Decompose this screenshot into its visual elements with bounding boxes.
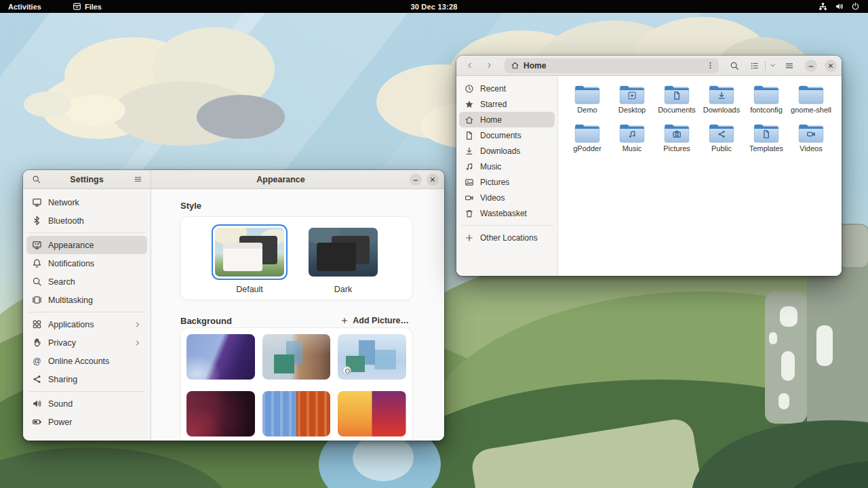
wallpaper-gradient-yellow-red[interactable] bbox=[338, 391, 406, 436]
folder-item-gnome-shell[interactable]: gnome-shell bbox=[789, 84, 833, 123]
home-icon bbox=[511, 61, 519, 70]
dark-style-thumbnail bbox=[309, 228, 378, 277]
settings-item-network[interactable]: Network bbox=[26, 193, 147, 211]
folder-name: Demo bbox=[577, 106, 597, 114]
settings-item-appearance[interactable]: Appearance bbox=[26, 236, 147, 254]
settings-sidebar: NetworkBluetoothAppearanceNotificationsS… bbox=[23, 189, 151, 441]
sidebar-item-label: Other Locations bbox=[480, 233, 538, 243]
wallpaper-dark-red[interactable] bbox=[186, 391, 255, 436]
files-app-icon bbox=[73, 2, 81, 11]
divider bbox=[765, 61, 766, 70]
stream-highlight bbox=[353, 434, 414, 481]
files-menu-button[interactable] bbox=[781, 58, 798, 73]
background-section-header: Background Add Picture… bbox=[180, 313, 414, 328]
system-status-area[interactable] bbox=[814, 0, 864, 13]
network-icon bbox=[818, 2, 827, 11]
plus-icon bbox=[340, 317, 349, 325]
sidebar-item-wastebasket[interactable]: Wastebasket bbox=[459, 205, 555, 221]
settings-item-sound[interactable]: Sound bbox=[26, 394, 147, 413]
settings-item-privacy[interactable]: Privacy bbox=[26, 333, 147, 352]
settings-item-power[interactable]: Power bbox=[26, 413, 147, 431]
default-style-thumbnail bbox=[215, 228, 284, 277]
search-button[interactable] bbox=[726, 58, 743, 73]
settings-item-bluetooth[interactable]: Bluetooth bbox=[26, 211, 147, 230]
settings-item-sharing[interactable]: Sharing bbox=[26, 370, 147, 388]
style-card: Default Dark bbox=[180, 216, 413, 300]
folder-icon bbox=[574, 84, 600, 104]
folder-item-desktop[interactable]: Desktop bbox=[610, 84, 654, 123]
folder-item-downloads[interactable]: Downloads bbox=[699, 84, 744, 123]
folder-item-templates[interactable]: Templates bbox=[744, 123, 789, 161]
sidebar-item-other-locations[interactable]: Other Locations bbox=[459, 230, 555, 245]
view-options-button[interactable] bbox=[767, 58, 778, 73]
activities-label: Activities bbox=[8, 3, 41, 11]
folder-name: Templates bbox=[749, 144, 783, 152]
folder-item-pictures[interactable]: Pictures bbox=[654, 123, 699, 161]
sidebar-item-label: Recent bbox=[480, 84, 506, 94]
folder-item-fontconfig[interactable]: fontconfig bbox=[744, 84, 789, 123]
forward-button[interactable] bbox=[481, 58, 498, 73]
activities-button[interactable]: Activities bbox=[0, 0, 50, 13]
folder-name: Pictures bbox=[663, 144, 690, 152]
sidebar-item-recent[interactable]: Recent bbox=[459, 81, 555, 96]
settings-item-notifications[interactable]: Notifications bbox=[26, 254, 147, 272]
wallpaper-pixels-blue-orange[interactable] bbox=[262, 391, 331, 436]
folder-item-demo[interactable]: Demo bbox=[565, 84, 610, 123]
settings-item-applications[interactable]: Applications bbox=[26, 315, 147, 333]
folder-item-gpodder[interactable]: gPodder bbox=[565, 123, 610, 161]
add-picture-label: Add Picture… bbox=[353, 316, 409, 325]
sidebar-item-music[interactable]: Music bbox=[459, 159, 555, 174]
chevron-right-icon bbox=[485, 61, 494, 70]
minimize-icon bbox=[412, 176, 420, 184]
style-option-default[interactable]: Default bbox=[212, 224, 288, 300]
music-icon bbox=[465, 162, 474, 171]
settings-item-search[interactable]: Search bbox=[26, 272, 147, 291]
close-icon bbox=[827, 62, 835, 70]
sound-icon bbox=[32, 399, 42, 409]
close-button[interactable] bbox=[427, 174, 439, 186]
folder-icon bbox=[709, 84, 734, 104]
sidebar-item-documents[interactable]: Documents bbox=[459, 127, 555, 143]
path-menu-button[interactable] bbox=[703, 59, 717, 73]
settings-item-label: Sharing bbox=[48, 375, 142, 384]
background-thumbnails-card bbox=[180, 327, 413, 441]
settings-menu-button[interactable] bbox=[130, 172, 145, 187]
add-picture-button[interactable]: Add Picture… bbox=[335, 313, 414, 328]
sidebar-item-starred[interactable]: Starred bbox=[459, 96, 555, 112]
close-button[interactable] bbox=[825, 60, 837, 72]
folder-item-videos[interactable]: Videos bbox=[789, 123, 833, 161]
sidebar-item-videos[interactable]: Videos bbox=[459, 190, 555, 205]
sidebar-item-home[interactable]: Home bbox=[459, 112, 555, 127]
folder-name: Videos bbox=[800, 144, 822, 152]
folder-item-music[interactable]: Music bbox=[610, 123, 654, 161]
clock[interactable]: 30 Dec 13:28 bbox=[410, 3, 457, 11]
selected-ring bbox=[212, 224, 288, 280]
minimize-button[interactable] bbox=[410, 174, 422, 186]
sidebar-item-downloads[interactable]: Downloads bbox=[459, 143, 555, 159]
wallpaper-shapes-sepia[interactable] bbox=[262, 334, 331, 380]
settings-item-label: Online Accounts bbox=[48, 357, 142, 366]
settings-window-title: Settings bbox=[43, 175, 130, 184]
sidebar-item-pictures[interactable]: Pictures bbox=[459, 174, 555, 190]
path-bar[interactable]: Home bbox=[505, 58, 719, 73]
settings-item-label: Multitasking bbox=[48, 296, 142, 305]
search-icon bbox=[32, 277, 42, 287]
share-icon bbox=[32, 374, 42, 384]
settings-item-online-accounts[interactable]: @Online Accounts bbox=[26, 352, 147, 370]
list-view-button[interactable] bbox=[746, 58, 764, 73]
wallpaper-purple-hexagons[interactable] bbox=[186, 334, 255, 380]
style-option-dark[interactable]: Dark bbox=[305, 224, 381, 300]
app-menu-button[interactable]: Files bbox=[64, 0, 110, 13]
back-button[interactable] bbox=[461, 58, 478, 73]
settings-item-multitasking[interactable]: Multitasking bbox=[26, 291, 147, 309]
folder-name: Music bbox=[623, 144, 642, 152]
apps-icon bbox=[32, 319, 42, 329]
sidebar-item-label: Pictures bbox=[480, 178, 509, 187]
minimize-button[interactable] bbox=[805, 60, 817, 72]
settings-search-button[interactable] bbox=[28, 172, 43, 187]
wallpaper-shapes-day[interactable] bbox=[338, 334, 406, 380]
folder-item-public[interactable]: Public bbox=[699, 123, 744, 161]
slideshow-badge bbox=[342, 366, 351, 375]
settings-window: Settings Appearance NetworkBluetoothAppe… bbox=[23, 170, 444, 441]
folder-item-documents[interactable]: Documents bbox=[654, 84, 699, 123]
